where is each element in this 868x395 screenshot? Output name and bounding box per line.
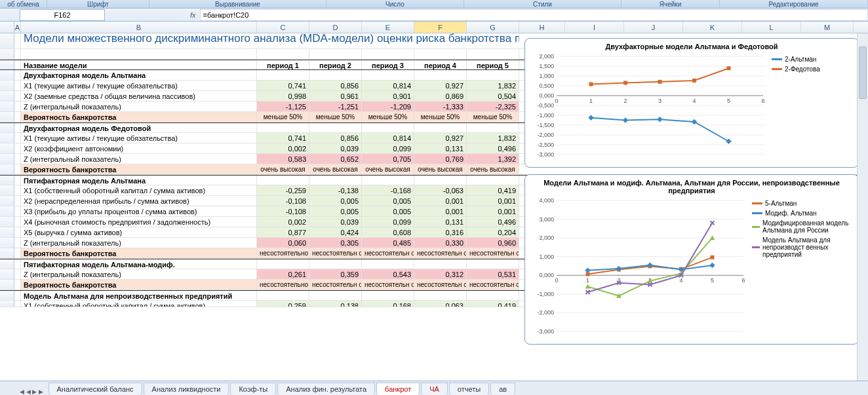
cell[interactable]: -0,259 — [257, 301, 309, 307]
cell[interactable] — [14, 217, 21, 227]
cell[interactable] — [257, 259, 309, 269]
cell[interactable]: -0,108 — [257, 196, 309, 206]
cell[interactable]: 0,496 — [467, 143, 519, 153]
cell[interactable]: -0,108 — [257, 206, 309, 216]
sheet-tab[interactable]: банкрот — [376, 383, 420, 395]
cell[interactable] — [362, 291, 414, 300]
cell[interactable]: Двухфакторная модель Федотовой — [21, 123, 257, 132]
cell[interactable] — [414, 259, 467, 269]
cell[interactable]: -0,168 — [362, 185, 414, 195]
cell[interactable]: 0,001 — [414, 206, 467, 216]
cell[interactable]: 0,741 — [257, 81, 309, 90]
cell[interactable]: Вероятность банкротства — [21, 280, 257, 290]
cell[interactable]: несостоятельн о — [414, 248, 467, 258]
cell[interactable]: 0,998 — [257, 91, 309, 101]
cell[interactable]: 0,877 — [257, 227, 309, 237]
cell[interactable]: X1 (собственный оборотный капитал / сумм… — [21, 185, 257, 195]
cell[interactable]: 0,814 — [362, 133, 414, 143]
cell[interactable] — [14, 196, 21, 206]
cell[interactable]: несостоятельн о — [414, 280, 467, 290]
sheet-tab[interactable]: ЧА — [421, 383, 448, 395]
cell[interactable] — [414, 176, 467, 185]
cell[interactable]: 0,424 — [309, 227, 362, 237]
cell[interactable]: -0,138 — [309, 301, 362, 307]
cell[interactable] — [14, 123, 21, 132]
cell[interactable]: 0,039 — [309, 143, 362, 153]
sheet-tab[interactable]: Аналитический баланс — [49, 383, 142, 395]
cell[interactable] — [362, 176, 414, 185]
cell[interactable]: 0,204 — [467, 227, 519, 237]
cell[interactable]: 0,002 — [257, 217, 309, 227]
cell[interactable] — [14, 102, 21, 111]
cell[interactable]: несостоятельно — [257, 280, 309, 290]
sheet-tab[interactable]: отчеты — [449, 383, 489, 395]
cell[interactable]: меньше 50% — [257, 112, 309, 122]
cell[interactable]: -1,333 — [414, 102, 467, 111]
cell[interactable] — [14, 164, 21, 174]
fx-icon[interactable]: fx — [190, 11, 196, 19]
cell[interactable]: 0,002 — [257, 143, 309, 153]
cell[interactable] — [14, 112, 21, 122]
cell[interactable]: X1 (текущие активы / текущие обязательст… — [21, 133, 257, 143]
cell[interactable] — [414, 291, 467, 300]
cell[interactable] — [414, 70, 467, 80]
cell[interactable]: -0,063 — [414, 301, 467, 307]
cell[interactable]: 0,005 — [309, 206, 362, 216]
cell[interactable]: 0,001 — [467, 206, 519, 216]
cell[interactable]: несостоятельн о — [309, 248, 362, 258]
cell[interactable] — [362, 259, 414, 269]
cell[interactable]: 0,001 — [467, 196, 519, 206]
cell[interactable]: очень высокая — [257, 164, 309, 174]
cell[interactable] — [14, 280, 21, 290]
cell[interactable]: 0,496 — [467, 217, 519, 227]
cell[interactable] — [467, 123, 519, 132]
sheet-tabs[interactable]: ◀ ◀ ▶ ▶Аналитический балансАнализ ликвид… — [0, 381, 868, 395]
cell[interactable]: меньше 50% — [362, 112, 414, 122]
cell[interactable]: 0,419 — [467, 301, 519, 307]
cell[interactable]: 0,741 — [257, 133, 309, 143]
cell[interactable]: период 5 — [467, 60, 519, 69]
cell[interactable] — [414, 49, 467, 59]
cell[interactable]: Z (интегральный показатель) — [21, 102, 257, 111]
cell[interactable]: период 2 — [309, 60, 362, 69]
cell[interactable]: -1,125 — [257, 102, 309, 111]
cell[interactable] — [309, 291, 362, 300]
cell[interactable] — [14, 269, 21, 279]
select-all-corner[interactable] — [0, 22, 14, 33]
cell[interactable]: несостоятельн о — [309, 280, 362, 290]
cell[interactable]: очень высокая — [309, 164, 362, 174]
cell[interactable] — [21, 49, 257, 59]
sheet-tab[interactable]: Коэф-ты — [230, 383, 276, 395]
sheet-tab[interactable]: Анализ ликвидности — [144, 383, 229, 395]
cell[interactable]: 0,927 — [414, 81, 467, 90]
cell[interactable] — [467, 49, 519, 59]
cell[interactable] — [467, 70, 519, 80]
scrollbar-thumb[interactable] — [859, 47, 867, 99]
cell[interactable]: несостоятельн о — [467, 280, 519, 290]
cell[interactable]: несостоятельн о — [467, 248, 519, 258]
cell[interactable]: 0,856 — [309, 133, 362, 143]
cell[interactable]: 0,856 — [309, 81, 362, 90]
name-box[interactable]: F162 — [20, 9, 105, 21]
cell[interactable]: несостоятельн о — [362, 280, 414, 290]
cell[interactable] — [14, 60, 21, 69]
cell[interactable]: 0,960 — [467, 238, 519, 248]
cell[interactable]: 1,832 — [467, 81, 519, 90]
cell[interactable]: 0,608 — [362, 227, 414, 237]
cell[interactable]: 0,312 — [414, 269, 467, 279]
cell[interactable]: очень высокая — [414, 164, 467, 174]
cell[interactable]: 0,419 — [467, 185, 519, 195]
cell[interactable]: 0,330 — [414, 238, 467, 248]
cell[interactable]: 0,652 — [309, 154, 362, 164]
cell[interactable] — [257, 291, 309, 300]
cell[interactable] — [257, 70, 309, 80]
cell[interactable]: 0,005 — [362, 196, 414, 206]
cell[interactable] — [257, 176, 309, 185]
cell[interactable]: Пятифакторная модель Альтмана-модиф. — [21, 259, 257, 269]
cell[interactable]: меньше 50% — [467, 112, 519, 122]
cell[interactable] — [257, 49, 309, 59]
cell[interactable]: 0,927 — [414, 133, 467, 143]
cell[interactable] — [257, 123, 309, 132]
cell[interactable]: несостоятельно — [257, 248, 309, 258]
cell[interactable]: Z (интегральный показатель) — [21, 154, 257, 164]
